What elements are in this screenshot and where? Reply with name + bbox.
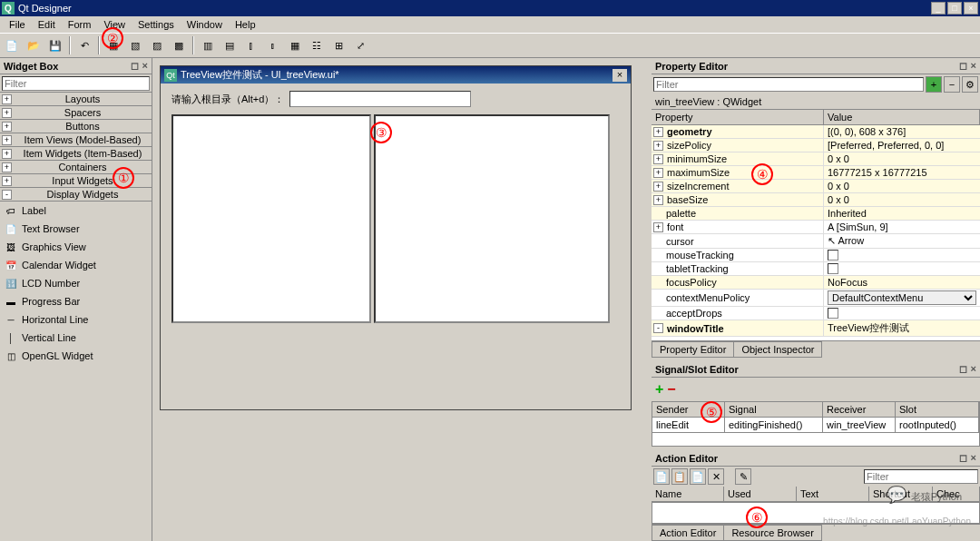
property-row[interactable]: +geometry[(0, 0), 608 x 376] — [652, 125, 980, 139]
property-grid[interactable]: +geometry[(0, 0), 608 x 376]+sizePolicy[… — [652, 125, 980, 340]
add-dynamic-icon[interactable]: + — [926, 76, 942, 93]
dock-icon[interactable]: ◻ — [131, 60, 139, 72]
undo-icon[interactable]: ↶ — [74, 35, 94, 55]
remove-signal-icon[interactable]: − — [667, 381, 675, 398]
menu-file[interactable]: File — [4, 18, 31, 31]
dock-icon[interactable]: ◻ — [959, 452, 967, 464]
widget-category[interactable]: +Layouts — [0, 92, 152, 106]
maximize-button[interactable]: □ — [947, 2, 962, 15]
property-row[interactable]: cursor↖ Arrow — [652, 234, 980, 249]
tree-view-left[interactable] — [172, 114, 371, 323]
form-window[interactable]: QtTreeView控件测试 - UI_treeView.ui*× 请输入根目录… — [160, 65, 632, 410]
property-row[interactable]: focusPolicyNoFocus — [652, 276, 980, 290]
widget-category[interactable]: +Item Widgets (Item-Based) — [0, 146, 152, 161]
widget-item[interactable]: ◫OpenGL Widget — [0, 347, 152, 365]
act-hdr-used[interactable]: Used — [724, 487, 797, 502]
property-row[interactable]: +sizeIncrement0 x 0 — [652, 180, 980, 193]
widget-category[interactable]: +Buttons — [0, 119, 152, 133]
sig-hdr-receiver[interactable]: Receiver — [823, 402, 896, 418]
copy-action-icon[interactable]: 📋 — [671, 468, 688, 485]
menu-help[interactable]: Help — [230, 18, 261, 31]
widget-item[interactable]: 📄Text Browser — [0, 220, 152, 238]
prop-hdr-name[interactable]: Property — [652, 110, 824, 124]
save-icon[interactable]: 💾 — [45, 35, 65, 55]
adjust-size-icon[interactable]: ⤢ — [350, 35, 370, 55]
property-row[interactable]: +fontA [SimSun, 9] — [652, 221, 980, 234]
sig-hdr-sender[interactable]: Sender — [652, 402, 725, 418]
prop-hdr-value[interactable]: Value — [824, 110, 980, 124]
tab-resource-browser[interactable]: Resource Browser — [723, 525, 821, 541]
design-canvas[interactable]: QtTreeView控件测试 - UI_treeView.ui*× 请输入根目录… — [152, 58, 652, 541]
widget-category[interactable]: +Spacers — [0, 105, 152, 120]
property-row[interactable]: contextMenuPolicyDefaultContextMenu — [652, 290, 980, 307]
open-icon[interactable]: 📂 — [24, 35, 44, 55]
close-panel-icon[interactable]: × — [971, 363, 976, 375]
property-row[interactable]: acceptDrops — [652, 307, 980, 320]
layout-vs-icon[interactable]: ⫾ — [263, 35, 283, 55]
add-signal-icon[interactable]: + — [655, 381, 663, 398]
action-list[interactable] — [652, 502, 980, 524]
widget-item[interactable]: ─Horizontal Line — [0, 310, 152, 329]
root-dir-input[interactable] — [289, 91, 471, 107]
break-layout-icon[interactable]: ⊞ — [328, 35, 348, 55]
widget-filter-input[interactable] — [2, 76, 150, 91]
widget-item[interactable]: 🏷Label — [0, 202, 152, 220]
layout-h-icon[interactable]: ▥ — [198, 35, 218, 55]
property-row[interactable]: +minimumSize0 x 0 — [652, 152, 980, 166]
edit-signals-icon[interactable]: ▧ — [125, 35, 145, 55]
close-panel-icon[interactable]: × — [142, 60, 148, 72]
tree-view-right[interactable] — [374, 114, 610, 323]
menu-view[interactable]: View — [98, 18, 131, 31]
menu-form[interactable]: Form — [63, 18, 97, 31]
dock-icon[interactable]: ◻ — [959, 363, 967, 375]
edit-action-icon[interactable]: ✎ — [735, 468, 751, 485]
widget-item[interactable]: │Vertical Line — [0, 329, 152, 347]
act-hdr-check[interactable]: Chec — [933, 487, 980, 502]
close-panel-icon[interactable]: × — [971, 60, 976, 72]
close-button[interactable]: × — [964, 2, 978, 15]
layout-grid-icon[interactable]: ▦ — [285, 35, 305, 55]
edit-tabs-icon[interactable]: ▩ — [169, 35, 189, 55]
menu-window[interactable]: Window — [181, 18, 228, 31]
widget-item[interactable]: 🖼Graphics View — [0, 238, 152, 256]
tab-object-inspector[interactable]: Object Inspector — [733, 341, 822, 358]
action-filter-input[interactable] — [864, 469, 978, 484]
tab-property-editor[interactable]: Property Editor — [652, 341, 734, 358]
property-row[interactable]: +baseSize0 x 0 — [652, 193, 980, 207]
prop-filter-input[interactable] — [653, 77, 924, 92]
close-panel-icon[interactable]: × — [971, 452, 976, 464]
property-row[interactable]: +sizePolicy[Preferred, Preferred, 0, 0] — [652, 139, 980, 152]
property-row[interactable]: tabletTracking — [652, 262, 980, 276]
widget-category[interactable]: +Item Views (Model-Based) — [0, 133, 152, 147]
tab-action-editor[interactable]: Action Editor — [652, 525, 724, 541]
new-icon[interactable]: 📄 — [2, 35, 22, 55]
act-hdr-shortcut[interactable]: Shortcut — [869, 487, 933, 502]
layout-v-icon[interactable]: ▤ — [220, 35, 240, 55]
dock-icon[interactable]: ◻ — [959, 60, 967, 72]
config-icon[interactable]: ⚙ — [962, 76, 978, 93]
widget-category[interactable]: -Display Widgets — [0, 187, 152, 202]
widget-item[interactable]: ▬Progress Bar — [0, 292, 152, 310]
act-hdr-text[interactable]: Text — [797, 487, 869, 502]
widget-item[interactable]: 📅Calendar Widget — [0, 256, 152, 274]
sig-hdr-slot[interactable]: Slot — [896, 402, 979, 418]
signal-row[interactable]: lineEditeditingFinished()win_treeViewroo… — [652, 418, 979, 433]
delete-action-icon[interactable]: ✕ — [708, 468, 724, 485]
property-row[interactable]: mouseTracking — [652, 249, 980, 262]
edit-buddies-icon[interactable]: ▨ — [147, 35, 167, 55]
menu-settings[interactable]: Settings — [132, 18, 180, 31]
menu-edit[interactable]: Edit — [33, 18, 61, 31]
minimize-button[interactable]: _ — [931, 2, 946, 15]
sig-hdr-signal[interactable]: Signal — [725, 402, 823, 418]
new-action-icon[interactable]: 📄 — [653, 468, 670, 485]
layout-hs-icon[interactable]: ⫿ — [241, 35, 261, 55]
widget-category[interactable]: +Containers — [0, 160, 152, 174]
property-row[interactable]: paletteInherited — [652, 207, 980, 221]
layout-form-icon[interactable]: ☷ — [307, 35, 327, 55]
property-row[interactable]: +maximumSize16777215 x 16777215 — [652, 166, 980, 180]
form-close-button[interactable]: × — [612, 69, 627, 82]
widget-item[interactable]: 🔢LCD Number — [0, 274, 152, 292]
property-row[interactable]: -windowTitleTreeView控件测试 — [652, 320, 980, 337]
paste-action-icon[interactable]: 📄 — [690, 468, 706, 485]
remove-dynamic-icon[interactable]: − — [944, 76, 960, 93]
